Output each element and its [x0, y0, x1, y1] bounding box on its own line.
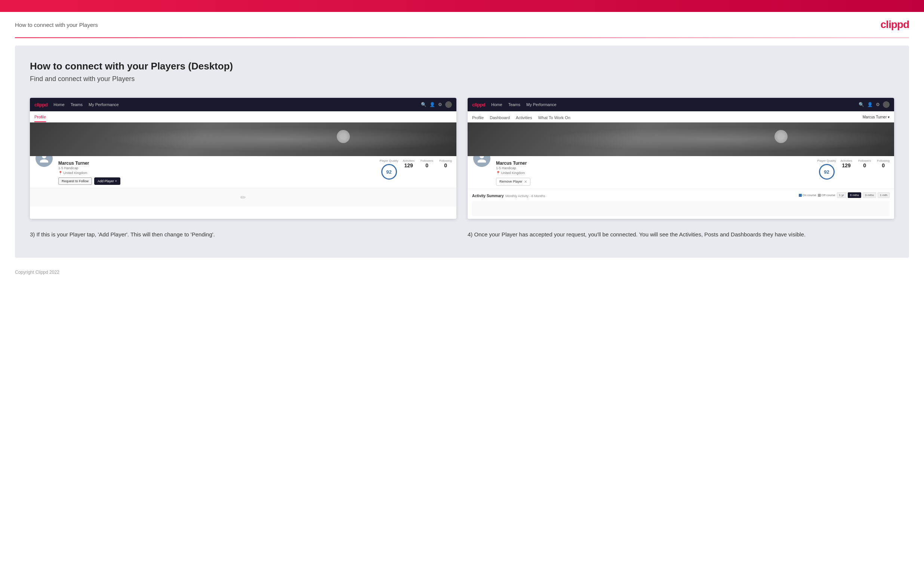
nav-home-1: Home — [53, 102, 64, 107]
stats-section-1: Activities 129 Followers 0 Following 0 — [402, 156, 452, 168]
tab-dashboard-2[interactable]: Dashboard — [489, 115, 510, 122]
mock-logo-2: clippd — [472, 102, 485, 108]
avatar-icon-2[interactable] — [883, 101, 890, 108]
stat-following-2: Following 0 — [877, 159, 890, 168]
header: How to connect with your Players clippd — [0, 12, 924, 37]
page-subheading: Find and connect with your Players — [30, 75, 894, 83]
pencil-icon-1: ✏ — [240, 193, 246, 201]
offcourse-label: Off course — [822, 193, 835, 197]
request-follow-button[interactable]: Request to Follow — [58, 177, 92, 185]
stat-followers-1: Followers 0 — [420, 159, 433, 168]
quality-label-1: Player Quality — [380, 159, 399, 163]
activity-subtitle: Monthly Activity · 6 Months — [506, 194, 545, 198]
activity-chart — [472, 201, 890, 216]
activity-summary-section: Activity Summary Monthly Activity · 6 Mo… — [468, 189, 894, 219]
stat-activities-1: Activities 129 — [402, 159, 415, 168]
settings-icon-1[interactable]: ⚙ — [438, 102, 442, 107]
screenshot-2: clippd Home Teams My Performance 🔍 👤 ⚙ P… — [468, 98, 894, 219]
caption-1: 3) If this is your Player tap, 'Add Play… — [30, 230, 456, 239]
filter-6mths[interactable]: 6 mths — [848, 192, 861, 198]
player-info-2: Marcus Turner 1-5 Handicap 📍 United King… — [496, 156, 813, 185]
mock-nav-1: clippd Home Teams My Performance 🔍 👤 ⚙ — [30, 98, 456, 111]
tab-whattoon-2[interactable]: What To Work On — [538, 115, 570, 122]
user-icon-1[interactable]: 👤 — [430, 102, 435, 107]
quality-circle-1: 92 — [381, 164, 397, 180]
quality-circle-2: 92 — [819, 164, 835, 180]
footer: Copyright Clippd 2022 — [0, 265, 924, 279]
filter-1yr[interactable]: 1 yr — [837, 192, 846, 198]
footer-text: Copyright Clippd 2022 — [15, 270, 60, 275]
add-player-button[interactable]: Add Player + — [94, 177, 120, 185]
caption-1-text: 3) If this is your Player tap, 'Add Play… — [30, 231, 215, 237]
nav-teams-1: Teams — [71, 102, 82, 107]
tab-activities-2[interactable]: Activities — [516, 115, 532, 122]
nav-teams-2: Teams — [508, 102, 520, 107]
user-icon-2[interactable]: 👤 — [867, 102, 873, 107]
nav-home-2: Home — [491, 102, 502, 107]
filter-1mth[interactable]: 1 mth — [878, 192, 890, 198]
chart-bar-1 — [473, 214, 542, 214]
player-buttons-1: Request to Follow Add Player + — [58, 177, 375, 185]
top-bar — [0, 0, 924, 12]
tab-profile-2[interactable]: Profile — [472, 115, 484, 122]
screenshots-row: clippd Home Teams My Performance 🔍 👤 ⚙ P… — [30, 98, 894, 219]
quality-section-1: Player Quality 92 — [380, 156, 399, 180]
chart-bar-5 — [751, 214, 819, 214]
stat-followers-2: Followers 0 — [858, 159, 871, 168]
caption-2-text: 4) Once your Player has accepted your re… — [468, 231, 806, 237]
mock-logo-1: clippd — [34, 102, 47, 108]
filter-3mths[interactable]: 3 mths — [863, 192, 876, 198]
screenshot-1: clippd Home Teams My Performance 🔍 👤 ⚙ P… — [30, 98, 456, 219]
activity-filters: On course Off course 1 yr 6 mths 3 mths … — [799, 192, 890, 198]
banner-circle-1 — [337, 130, 350, 143]
oncourse-dot — [799, 194, 802, 197]
nav-myperformance-2: My Performance — [526, 102, 557, 107]
chart-bar-6 — [820, 214, 888, 214]
nav-icons-1: 🔍 👤 ⚙ — [421, 101, 452, 108]
page-heading: How to connect with your Players (Deskto… — [30, 61, 894, 72]
logo: clippd — [880, 19, 909, 31]
mock-tabs-1: Profile — [30, 111, 456, 122]
profile-section-1: Marcus Turner 1-5 Handicap 📍 United King… — [30, 156, 456, 188]
stat-activities-2: Activities 129 — [840, 159, 852, 168]
player-location-1: 📍 United Kingdom — [58, 171, 375, 176]
remove-x-icon: ✕ — [524, 180, 527, 184]
remove-player-button[interactable]: Remove Player ✕ — [496, 178, 530, 185]
quality-label-2: Player Quality — [817, 159, 836, 163]
banner-img-2 — [468, 122, 894, 156]
header-title: How to connect with your Players — [15, 22, 98, 28]
mock-nav-2: clippd Home Teams My Performance 🔍 👤 ⚙ — [468, 98, 894, 111]
remove-player-area: Remove Player ✕ — [496, 177, 813, 185]
mock-banner-2 — [468, 122, 894, 156]
player-name-2: Marcus Turner — [496, 161, 813, 166]
offcourse-dot — [818, 194, 821, 197]
pencil-area-1: ✏ — [30, 188, 456, 206]
activity-header: Activity Summary Monthly Activity · 6 Mo… — [472, 192, 890, 199]
mock-tabs-2: Profile Dashboard Activities What To Wor… — [468, 111, 894, 122]
search-icon-1[interactable]: 🔍 — [421, 102, 426, 107]
legend-offcourse: Off course — [818, 193, 835, 197]
chart-bar-3 — [612, 214, 680, 214]
quality-section-2: Player Quality 92 — [817, 156, 836, 180]
captions-row: 3) If this is your Player tap, 'Add Play… — [30, 230, 894, 239]
search-icon-2[interactable]: 🔍 — [859, 102, 864, 107]
header-divider — [15, 37, 909, 38]
oncourse-label: On course — [803, 193, 816, 197]
mock-banner-1 — [30, 122, 456, 156]
tab-profile-1[interactable]: Profile — [34, 114, 46, 122]
activity-title-group: Activity Summary Monthly Activity · 6 Mo… — [472, 192, 545, 199]
stats-section-2: Activities 129 Followers 0 Following 0 — [840, 156, 890, 168]
banner-img-1 — [30, 122, 456, 156]
stat-following-1: Following 0 — [439, 159, 452, 168]
avatar-icon-1[interactable] — [445, 101, 452, 108]
activity-title: Activity Summary — [472, 194, 504, 198]
legend-oncourse: On course — [799, 193, 816, 197]
player-name-1: Marcus Turner — [58, 161, 375, 166]
chart-bar-4 — [682, 214, 750, 214]
settings-icon-2[interactable]: ⚙ — [876, 102, 880, 107]
player-info-1: Marcus Turner 1-5 Handicap 📍 United King… — [58, 156, 375, 185]
profile-section-2: Marcus Turner 1-5 Handicap 📍 United King… — [468, 156, 894, 189]
main-content: How to connect with your Players (Deskto… — [15, 45, 909, 258]
tab-player-name-2: Marcus Turner ▾ — [863, 115, 890, 122]
chart-bar-2 — [543, 214, 611, 214]
